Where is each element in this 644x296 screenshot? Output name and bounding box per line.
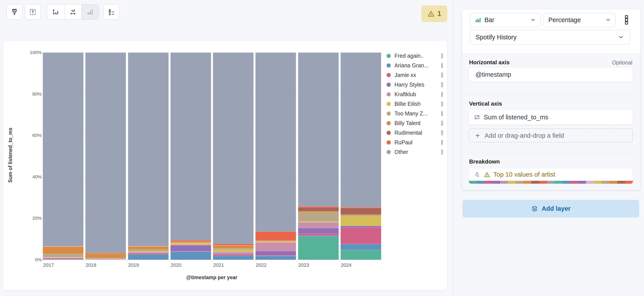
- bar-2018: [85, 52, 126, 260]
- bar-segment-billy-talent[interactable]: [43, 247, 84, 254]
- bar-chart-icon: [474, 16, 481, 23]
- bar-segment-too-many-z-[interactable]: [128, 249, 168, 251]
- legend-item-actions-button[interactable]: [440, 140, 444, 145]
- bar-segment-billy-talent[interactable]: [128, 246, 168, 249]
- warning-triangle-icon: [427, 10, 435, 17]
- labels-button[interactable]: [25, 4, 41, 20]
- legend-item-actions-button[interactable]: [440, 120, 444, 126]
- legend-color-dot: [386, 140, 391, 145]
- chart-type-selector[interactable]: Bar: [470, 13, 540, 27]
- boxes-vertical-icon: [440, 72, 444, 78]
- legend-item-actions-button[interactable]: [440, 149, 444, 155]
- legend-item-actions-button[interactable]: [440, 72, 444, 78]
- vertical-axis-field: Sum of listened_to_ms: [484, 114, 548, 121]
- legend-item-other[interactable]: Other: [385, 147, 446, 157]
- bar-segment-ariana-gran-[interactable]: [340, 244, 381, 250]
- palette-strip-color: [531, 181, 539, 184]
- boxes-vertical-icon: [440, 120, 444, 126]
- horizontal-axis-field: @timestamp: [476, 71, 511, 78]
- legend-item-kraftklub[interactable]: Kraftklub: [385, 89, 446, 99]
- legend-item-actions-button[interactable]: [440, 130, 444, 136]
- add-layer-button[interactable]: Add layer: [462, 200, 639, 218]
- bar-segment-billie-eilish[interactable]: [170, 243, 211, 245]
- legend-item-actions-button[interactable]: [440, 63, 444, 68]
- y-tick-label: 60%: [24, 133, 42, 138]
- bar-segment-rupaul[interactable]: [256, 232, 296, 240]
- bar-segment-other[interactable]: [213, 52, 254, 244]
- bar-segment-ariana-gran-[interactable]: [128, 255, 168, 260]
- bar-segment-fred-again-[interactable]: [298, 237, 339, 260]
- legend-color-dot: [386, 150, 391, 154]
- bar-segment-too-many-z-[interactable]: [298, 212, 339, 221]
- legend-item-actions-button[interactable]: [440, 82, 444, 88]
- legend-color-dot: [386, 112, 391, 116]
- bar-segment-ariana-gran-[interactable]: [213, 256, 254, 260]
- bar-segment-harry-styles[interactable]: [256, 251, 296, 255]
- legend-item-fred-again-[interactable]: Fred again..: [385, 51, 446, 61]
- legend-settings-button[interactable]: [104, 4, 119, 20]
- bar-segment-ariana-gran-[interactable]: [256, 256, 296, 260]
- legend-item-actions-button[interactable]: [440, 101, 444, 107]
- bar-segment-harry-styles[interactable]: [298, 228, 339, 233]
- bar-segment-billy-talent[interactable]: [213, 246, 254, 248]
- palette-strip-color: [477, 181, 485, 184]
- bar-segment-ariana-gran-[interactable]: [170, 252, 211, 260]
- right-axis-button[interactable]: [82, 4, 99, 19]
- y-axis-title: Sum of listened_to_ms: [8, 105, 13, 205]
- legend-item-actions-button[interactable]: [440, 53, 444, 59]
- legend-item-rudimental[interactable]: Rudimental: [385, 128, 446, 138]
- bar-segment-fred-again-[interactable]: [340, 250, 381, 260]
- bar-segment-kraftklub[interactable]: [298, 222, 339, 228]
- legend-item-rupaul[interactable]: RuPaul: [385, 138, 446, 147]
- horizontal-axis-dimension[interactable]: @timestamp: [469, 67, 633, 82]
- legend-item-jamie-xx[interactable]: Jamie xx: [385, 70, 446, 80]
- left-axis-button[interactable]: [47, 4, 64, 19]
- bottom-axis-button[interactable]: [64, 4, 82, 19]
- bar-segment-other[interactable]: [340, 52, 381, 207]
- layer-actions-button[interactable]: [623, 15, 630, 26]
- bar-segment-billie-eilish[interactable]: [213, 250, 254, 252]
- x-axis-title: @timestamp per year: [43, 275, 381, 281]
- legend-item-actions-button[interactable]: [440, 91, 444, 97]
- data-view-selector[interactable]: Spotify History: [470, 30, 630, 45]
- bar-segment-rudimental[interactable]: [298, 207, 339, 211]
- bar-segment-billy-talent[interactable]: [85, 253, 126, 258]
- bar-segment-other[interactable]: [85, 52, 126, 253]
- legend-item-billy-talent[interactable]: Billy Talent: [385, 118, 446, 128]
- bar-segment-jamie-xx[interactable]: [340, 227, 381, 244]
- y-tick-label: 100%: [24, 50, 42, 55]
- warning-count: 1: [437, 10, 441, 18]
- legend-item-too-many-z-[interactable]: Too Many Z...: [385, 109, 446, 118]
- bar-segment-ariana-gran-[interactable]: [85, 260, 126, 260]
- palette-strip-color: [562, 181, 570, 184]
- legend-item-ariana-gran-[interactable]: Ariana Gran...: [385, 61, 446, 70]
- bar-segment-rudimental[interactable]: [340, 208, 381, 214]
- legend-item-actions-button[interactable]: [440, 111, 444, 117]
- bar-segment-harry-styles[interactable]: [340, 226, 381, 228]
- legend-item-harry-styles[interactable]: Harry Styles: [385, 80, 446, 89]
- x-tick-mark: [42, 260, 42, 262]
- bar-segment-other[interactable]: [128, 52, 168, 246]
- bar-segment-other[interactable]: [256, 52, 296, 232]
- bar-segment-kraftklub[interactable]: [213, 252, 254, 254]
- add-field-drop-target[interactable]: Add or drag-and-drop a field: [469, 129, 633, 143]
- bar-segment-billie-eilish[interactable]: [340, 216, 381, 226]
- bar-segment-other[interactable]: [298, 52, 339, 206]
- chart-warning-badge[interactable]: 1: [422, 5, 447, 22]
- stack-mode-selector[interactable]: Percentage: [544, 13, 616, 27]
- bar-segment-jamie-xx[interactable]: [298, 233, 339, 235]
- breakdown-dimension[interactable]: Top 10 values of artist: [469, 168, 633, 184]
- bar-segment-too-many-z-[interactable]: [43, 254, 84, 257]
- visual-options-button[interactable]: [6, 4, 22, 20]
- bar-segment-other[interactable]: [43, 52, 84, 246]
- bar-segment-too-many-z-[interactable]: [213, 248, 254, 250]
- bar-segment-other[interactable]: [170, 52, 211, 240]
- bar-2022: [256, 52, 296, 260]
- bar-segment-rupaul[interactable]: [213, 244, 254, 245]
- bar-segment-ariana-gran-[interactable]: [43, 259, 84, 260]
- bar-segment-harry-styles[interactable]: [170, 245, 211, 251]
- bar-segment-kraftklub[interactable]: [256, 242, 296, 251]
- vertical-axis-dimension[interactable]: Sum of listened_to_ms: [469, 110, 633, 125]
- legend-item-billie-eilish[interactable]: Billie Eilish: [385, 99, 446, 109]
- y-tick-label: 40%: [24, 174, 42, 179]
